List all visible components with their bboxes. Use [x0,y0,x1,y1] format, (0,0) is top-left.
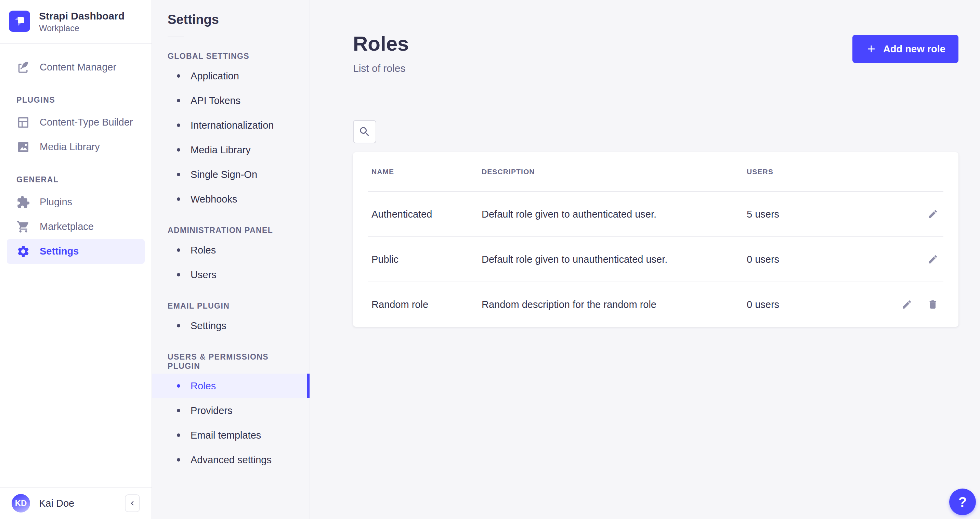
add-new-role-button[interactable]: Add new role [853,35,958,63]
sidebar-item-content-manager[interactable]: Content Manager [7,55,145,80]
bullet-icon [177,74,180,78]
edit-role-button[interactable] [926,207,940,221]
page-title: Roles [353,33,409,54]
bullet-icon [177,148,180,151]
bullet-icon [177,384,180,388]
settings-nav-item-label: Settings [191,320,226,331]
bullet-icon [177,273,180,277]
page-title-block: Roles List of roles [353,33,409,74]
settings-nav-item-email-templates[interactable]: Email templates [152,423,310,447]
sidebar-item-label: Media Library [40,141,100,153]
table-header-row: NAME DESCRIPTION USERS [353,152,958,191]
sidebar-item-plugins[interactable]: Plugins [7,190,145,215]
settings-nav-item-internationalization[interactable]: Internationalization [152,113,310,137]
row-actions [837,207,940,221]
gear-icon [16,245,30,258]
settings-nav-item-media-library[interactable]: Media Library [152,137,310,162]
search-button[interactable] [353,120,376,143]
section-label: ADMINISTRATION PANEL [168,226,294,235]
edit-role-button[interactable] [900,297,914,312]
strapi-logo-icon [9,11,30,32]
main-sidebar: Strapi Dashboard Workplace Content Manag… [0,0,152,519]
page-header: Roles List of roles Add new role [353,0,958,74]
role-users-count: 0 users [747,254,837,265]
puzzle-icon [16,195,30,209]
bullet-icon [177,409,180,412]
section-users-permissions-plugin: USERS & PERMISSIONS PLUGIN Roles Provide… [152,352,310,472]
settings-nav-item-providers[interactable]: Providers [152,398,310,423]
roles-table-card: NAME DESCRIPTION USERS Authenticated Def… [353,152,958,327]
table-row-public[interactable]: Public Default role given to unauthentic… [353,237,958,282]
sidebar-item-content-type-builder[interactable]: Content-Type Builder [7,110,145,135]
settings-nav-item-application[interactable]: Application [152,64,310,88]
help-button[interactable]: ? [949,489,976,515]
role-users-count: 5 users [747,209,837,220]
sidebar-item-media-library[interactable]: Media Library [7,135,145,159]
section-administration-panel: ADMINISTRATION PANEL Roles Users [152,226,310,287]
table-row-random-role[interactable]: Random role Random description for the r… [353,282,958,327]
pencil-icon [928,209,938,220]
sidebar-item-settings[interactable]: Settings [7,239,145,264]
bullet-icon [177,173,180,176]
settings-nav-item-up-roles[interactable]: Roles [152,374,310,398]
settings-nav-item-label: Roles [191,245,216,256]
role-description: Random description for the random role [482,299,747,310]
bullet-icon [177,433,180,437]
delete-role-button[interactable] [926,297,940,312]
brand: Strapi Dashboard Workplace [0,0,151,44]
settings-nav-item-email-settings[interactable]: Settings [152,314,310,338]
settings-nav-item-admin-roles[interactable]: Roles [152,238,310,263]
trash-icon [928,299,938,310]
section-global-settings: GLOBAL SETTINGS Application API Tokens I… [152,52,310,212]
role-users-count: 0 users [747,299,837,310]
sidebar-item-label: Plugins [40,196,72,208]
page-subtitle: List of roles [353,63,409,74]
chevron-left-icon [128,499,137,508]
row-actions [837,297,940,312]
settings-nav-item-label: Email templates [191,430,261,441]
sidebar-item-label: Marketplace [40,221,94,232]
section-label: GLOBAL SETTINGS [168,52,294,61]
bullet-icon [177,124,180,127]
role-description: Default role given to authenticated user… [482,209,747,220]
settings-nav-item-advanced-settings[interactable]: Advanced settings [152,447,310,472]
collapse-sidebar-button[interactable] [125,494,140,512]
image-icon [16,140,30,154]
title-divider [168,37,184,37]
settings-nav-item-label: API Tokens [191,95,240,107]
settings-nav-item-webhooks[interactable]: Webhooks [152,187,310,212]
settings-nav-item-label: Single Sign-On [191,169,257,180]
add-new-role-label: Add new role [883,43,945,55]
sidebar-item-label: Settings [40,246,79,257]
cart-icon [16,220,30,234]
bullet-icon [177,99,180,102]
main-content: Roles List of roles Add new role NAME DE… [310,0,980,519]
role-name: Authenticated [371,209,482,220]
column-header-description: DESCRIPTION [482,168,747,176]
plus-icon [865,43,877,55]
user-name: Kai Doe [39,498,116,509]
workspace-name: Workplace [39,23,124,33]
settings-nav-item-single-sign-on[interactable]: Single Sign-On [152,162,310,187]
sidebar-section-general: GENERAL [16,175,151,185]
brand-text: Strapi Dashboard Workplace [39,10,124,33]
sidebar-section-plugins: PLUGINS [16,96,151,105]
app-title: Strapi Dashboard [39,10,124,22]
role-description: Default role given to unauthenticated us… [482,254,747,265]
pencil-icon [901,299,912,310]
bullet-icon [177,324,180,327]
search-icon [358,126,371,138]
bullet-icon [177,197,180,201]
role-name: Random role [371,299,482,310]
settings-nav-item-label: Roles [191,380,216,392]
settings-nav-item-label: Webhooks [191,194,237,205]
sidebar-item-marketplace[interactable]: Marketplace [7,215,145,239]
settings-nav-item-api-tokens[interactable]: API Tokens [152,88,310,113]
table-row-authenticated[interactable]: Authenticated Default role given to auth… [353,192,958,236]
avatar[interactable]: KD [12,494,30,513]
edit-role-button[interactable] [926,252,940,266]
main-nav: Content Manager PLUGINS Content-Type Bui… [0,44,151,487]
sidebar-item-label: Content-Type Builder [40,117,133,128]
settings-nav-item-admin-users[interactable]: Users [152,263,310,287]
section-label: EMAIL PLUGIN [168,301,294,310]
